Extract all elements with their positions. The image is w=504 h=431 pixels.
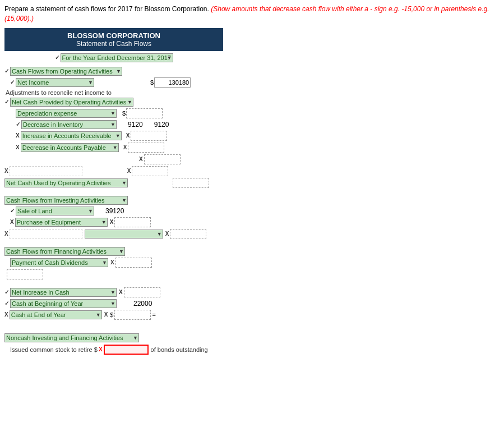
purchase-equip-wrapper[interactable]: Purchase of Equipment ▼: [15, 218, 108, 227]
net-cash-used-wrapper[interactable]: Net Cash Used by Operating Activities ▼: [4, 178, 128, 187]
subtotal1-row: X: [139, 154, 500, 164]
investing-wrapper[interactable]: Cash Flows from Investing Activities ▼: [4, 196, 128, 205]
operating-section: ✓ Cash Flows from Operating Activities ▼…: [4, 67, 500, 188]
ar-select[interactable]: Increase in Accounts Receivable: [21, 131, 122, 140]
checkbox-date: ✓: [55, 54, 59, 61]
net-increase-select[interactable]: Net Increase in Cash: [10, 288, 117, 297]
inventory-select[interactable]: Decrease in Inventory: [21, 120, 117, 129]
financing-select[interactable]: Cash Flows from Financing Activities: [4, 247, 125, 256]
issued-suffix: of bonds outstanding: [151, 346, 208, 353]
operating-activities-select[interactable]: Cash Flows from Operating Activities: [10, 67, 122, 76]
subtotal1-x: X: [139, 156, 143, 162]
net-income-input[interactable]: [154, 77, 191, 88]
net-increase-input[interactable]: [124, 287, 160, 297]
statement-header: BLOSSOM CORPORATION Statement of Cash Fl…: [4, 28, 223, 51]
dividends-input[interactable]: [115, 258, 152, 268]
sale-land-value: 39120: [105, 207, 124, 215]
cash-end-x2: X: [104, 311, 108, 318]
ap-input[interactable]: [128, 143, 164, 153]
subtotal2-right-input[interactable]: [132, 166, 168, 176]
cash-end-select[interactable]: Cash at End of Year: [10, 310, 102, 319]
investing-extra-x2: X: [165, 231, 169, 237]
net-income-dollar: $: [150, 79, 154, 86]
sale-land-checkbox: ✓: [10, 208, 15, 214]
increase-ar-row: X Increase in Accounts Receivable ▼ X: [16, 131, 500, 141]
ap-wrapper[interactable]: Decrease in Accounts Payable ▼: [21, 143, 119, 152]
summary-section: ✓ Net Increase in Cash ▼ X ✓ Cash at Beg…: [4, 287, 500, 320]
purchase-equip-row: X Purchase of Equipment ▼ X: [10, 217, 500, 227]
net-income-select[interactable]: Net Income: [16, 78, 94, 87]
investing-extra-select[interactable]: [85, 230, 163, 239]
net-increase-checkbox: ✓: [4, 289, 9, 295]
subtotal2-outer-row: X X: [4, 166, 500, 176]
sale-land-wrapper[interactable]: Sale of Land ▼: [16, 207, 94, 216]
ar-wrapper[interactable]: Increase in Accounts Receivable ▼: [21, 131, 122, 140]
subtotal1-input[interactable]: [144, 154, 181, 164]
cash-end-dollar: $: [110, 311, 113, 318]
net-cash-provided-checkbox: ✓: [4, 99, 9, 105]
investing-extra-x: X: [4, 231, 8, 237]
net-cash-provided-select[interactable]: Net Cash Provided by Operating Activitie…: [10, 98, 133, 107]
cash-end-wrapper[interactable]: Cash at End of Year ▼: [10, 310, 102, 319]
date-dropdown-wrapper[interactable]: For the Year Ended December 31, 2017 ▼: [61, 53, 173, 62]
investing-select[interactable]: Cash Flows from Investing Activities: [4, 196, 128, 205]
net-cash-provided-row: ✓ Net Cash Provided by Operating Activit…: [4, 98, 500, 107]
instruction-text: Prepare a statement of cash flows for 20…: [4, 4, 500, 24]
investing-extra-right-input[interactable]: [170, 229, 206, 239]
issued-input[interactable]: [104, 345, 149, 355]
decrease-inventory-row: ✓ Decrease in Inventory ▼ 9120 9120: [16, 120, 500, 129]
subtotal2-left-input[interactable]: [10, 166, 82, 176]
financing-wrapper[interactable]: Cash Flows from Financing Activities ▼: [4, 247, 125, 256]
statement-title: Statement of Cash Flows: [10, 40, 218, 48]
net-cash-used-row: Net Cash Used by Operating Activities ▼: [4, 178, 500, 188]
depreciation-input[interactable]: [126, 108, 163, 118]
financing-total-input[interactable]: [7, 269, 43, 279]
cash-beginning-checkbox: ✓: [4, 300, 9, 306]
noncash-wrapper[interactable]: Noncash Investing and Financing Activiti…: [4, 333, 139, 342]
net-cash-provided-wrapper[interactable]: Net Cash Provided by Operating Activitie…: [10, 98, 133, 107]
ap-select[interactable]: Decrease in Accounts Payable: [21, 143, 119, 152]
financing-section: Cash Flows from Financing Activities ▼ P…: [4, 247, 500, 279]
net-increase-x: X: [119, 289, 123, 295]
investing-extra-left-input[interactable]: [10, 229, 82, 239]
net-income-select-wrapper[interactable]: Net Income ▼: [16, 78, 94, 87]
issued-x: X: [99, 346, 103, 352]
investing-extra-row: X ▼ X: [4, 229, 500, 239]
depreciation-dollar: $: [122, 110, 126, 117]
ar-checkbox: X: [16, 132, 20, 139]
purchase-equip-input[interactable]: [114, 217, 151, 227]
cash-beginning-wrapper[interactable]: Cash at Beginning of Year ▼: [10, 299, 117, 308]
depreciation-select[interactable]: Depreciation expense: [16, 109, 117, 118]
operating-select-wrapper[interactable]: Cash Flows from Operating Activities ▼: [10, 67, 122, 76]
cash-end-equals: =: [152, 311, 155, 318]
depreciation-wrapper[interactable]: Depreciation expense ▼: [16, 109, 117, 118]
dividends-wrapper[interactable]: Payment of Cash Dividends ▼: [10, 258, 108, 267]
cash-beginning-select[interactable]: Cash at Beginning of Year: [10, 299, 117, 308]
purchase-equip-select[interactable]: Purchase of Equipment: [15, 218, 108, 227]
ap-x-mark: X: [123, 144, 127, 150]
dividends-select[interactable]: Payment of Cash Dividends: [10, 258, 108, 267]
net-cash-used-input[interactable]: [173, 178, 209, 188]
dividends-x: X: [110, 259, 114, 265]
issued-row: Issued common stock to retire $ X of bon…: [10, 345, 500, 355]
sale-land-select[interactable]: Sale of Land: [16, 207, 94, 216]
decrease-ap-row: X Decrease in Accounts Payable ▼ X: [16, 143, 500, 153]
net-cash-used-select[interactable]: Net Cash Used by Operating Activities: [4, 178, 128, 187]
financing-total-row: [7, 269, 500, 279]
net-increase-wrapper[interactable]: Net Increase in Cash ▼: [10, 288, 117, 297]
purchase-equip-x2: X: [110, 219, 114, 225]
ar-input[interactable]: [131, 131, 167, 141]
inventory-wrapper[interactable]: Decrease in Inventory ▼: [21, 120, 117, 129]
investing-extra-select-wrapper[interactable]: ▼: [85, 230, 163, 239]
ar-x-mark: X: [126, 132, 130, 139]
company-name: BLOSSOM CORPORATION: [10, 31, 218, 40]
subtotal2-left-x: X: [4, 168, 8, 174]
operating-checkbox: ✓: [4, 68, 9, 74]
cash-beginning-row: ✓ Cash at Beginning of Year ▼ 22000: [4, 299, 500, 308]
cash-end-row: X Cash at End of Year ▼ X $ =: [4, 310, 500, 320]
noncash-section: Noncash Investing and Financing Activiti…: [4, 333, 500, 355]
date-select[interactable]: For the Year Ended December 31, 2017: [61, 53, 173, 62]
investing-section: Cash Flows from Investing Activities ▼ ✓…: [4, 196, 500, 239]
cash-end-input[interactable]: [114, 310, 151, 320]
noncash-select[interactable]: Noncash Investing and Financing Activiti…: [4, 333, 139, 342]
